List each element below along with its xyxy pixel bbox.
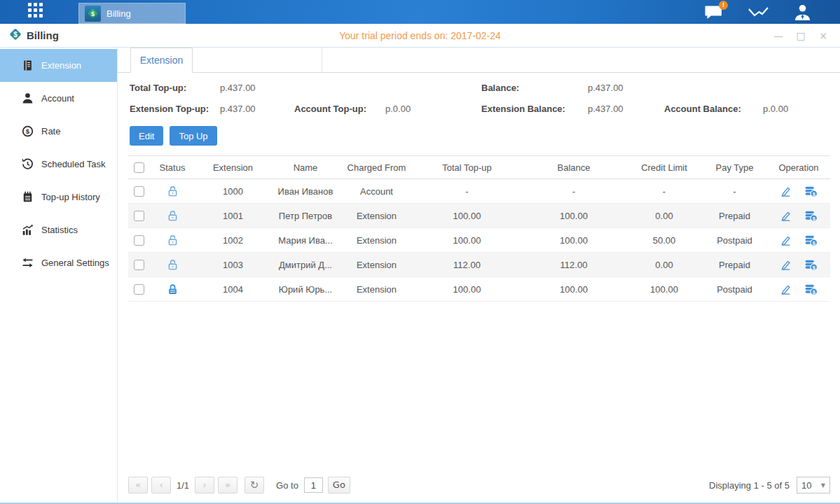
svg-text:$: $: [26, 127, 30, 135]
topup-coins-icon[interactable]: $: [804, 284, 818, 295]
table-header-row: Status Extension Name Charged From Total…: [128, 156, 830, 179]
extension-table: Status Extension Name Charged From Total…: [128, 155, 830, 302]
pay-type-cell: Postpaid: [702, 228, 767, 253]
billing-app-taskbar-tab[interactable]: $ Billing: [78, 3, 186, 24]
last-page-button[interactable]: »: [218, 477, 237, 493]
sidebar-item-topup-history[interactable]: Top-up History: [0, 181, 117, 214]
sidebar-item-statistics[interactable]: Statistics: [0, 214, 117, 246]
history-clock-icon: [22, 158, 34, 170]
pay-type-cell: Prepaid: [702, 253, 767, 277]
app-grid-icon[interactable]: [28, 3, 46, 21]
row-checkbox[interactable]: [134, 211, 144, 221]
pay-type-cell: Postpaid: [702, 277, 767, 302]
lock-closed-icon: [167, 284, 179, 295]
edit-pencil-icon[interactable]: [780, 210, 792, 222]
chevron-down-icon: ▼: [821, 482, 825, 489]
svg-text:$: $: [812, 190, 815, 197]
top-up-button[interactable]: Top Up: [170, 126, 216, 146]
topup-coins-icon[interactable]: $: [804, 210, 818, 222]
goto-label: Go to: [276, 480, 298, 491]
select-all-checkbox[interactable]: [134, 162, 144, 173]
sidebar-item-label: Statistics: [41, 225, 78, 235]
notebook-icon: [22, 191, 34, 203]
extension-table-body: 1000 Иван Иванов Account - - - -: [128, 179, 830, 302]
topup-coins-icon[interactable]: $: [804, 186, 818, 197]
topup-coins-icon[interactable]: $: [804, 234, 818, 246]
extension-topup-value: p.437.00: [220, 104, 294, 114]
row-checkbox[interactable]: [134, 186, 144, 197]
name-cell: Дмитрий Д...: [270, 253, 340, 277]
messages-icon[interactable]: !: [704, 4, 723, 20]
table-row: 1002 Мария Ива... Extension 100.00 100.0…: [128, 228, 830, 253]
edit-button[interactable]: Edit: [130, 126, 163, 146]
sidebar-item-rate[interactable]: $ Rate: [0, 115, 117, 148]
charged-from-cell: Extension: [340, 253, 413, 277]
total-topup-label: Total Top-up:: [130, 83, 220, 93]
main-content: Extension Total Top-up: p.437.00 Extensi…: [118, 48, 840, 503]
edit-pencil-icon[interactable]: [780, 259, 792, 271]
refresh-icon[interactable]: ↻: [245, 477, 264, 493]
column-header-extension: Extension: [195, 156, 270, 179]
page-size-select[interactable]: 10 ▼: [797, 477, 830, 493]
credit-limit-cell: 50.00: [626, 228, 702, 253]
total-topup-cell: 112.00: [413, 253, 521, 277]
sidebar-item-scheduled-task[interactable]: Scheduled Task: [0, 148, 117, 181]
edit-pencil-icon[interactable]: [780, 234, 792, 246]
sidebar-item-general-settings[interactable]: General Settings: [0, 246, 117, 279]
row-checkbox[interactable]: [134, 284, 144, 295]
status-unlocked-icon: [167, 234, 179, 246]
extension-topup-label: Extension Top-up:: [130, 104, 220, 114]
sidebar-item-account[interactable]: Account: [0, 82, 117, 115]
user-account-icon[interactable]: [793, 4, 812, 21]
column-header-pay-type: Pay Type: [702, 156, 767, 179]
minimize-icon[interactable]: —: [773, 30, 784, 41]
next-page-button[interactable]: ›: [195, 477, 214, 493]
extension-cell: 1004: [195, 277, 270, 302]
table-row: 1001 Петр Петров Extension 100.00 100.00…: [128, 204, 830, 228]
pagination-bar: « ‹ 1/1 › » ↻ Go to Go Displaying 1 - 5 …: [118, 472, 840, 503]
table-row: 1004 Юрий Юрь... Extension 100.00 100.00…: [128, 277, 830, 302]
balance-label: Balance:: [481, 83, 588, 93]
lock-open-icon: [167, 259, 179, 271]
sidebar-item-extension[interactable]: Extension: [0, 49, 117, 82]
billing-diamond-icon: $: [85, 6, 101, 22]
extension-cell: 1001: [195, 204, 270, 228]
sidebar-item-label: Account: [41, 93, 74, 104]
balance-value: p.437.00: [588, 83, 664, 93]
total-topup-value: p.437.00: [220, 83, 294, 93]
close-icon[interactable]: ×: [818, 30, 829, 41]
column-header-credit-limit: Credit Limit: [626, 156, 702, 179]
maximize-icon[interactable]: □: [795, 30, 806, 41]
go-button[interactable]: Go: [328, 477, 350, 493]
edit-pencil-icon[interactable]: [780, 186, 792, 197]
status-unlocked-icon: [167, 210, 179, 222]
row-checkbox[interactable]: [134, 235, 144, 246]
edit-pencil-icon[interactable]: [780, 284, 792, 295]
sidebar-item-label: Rate: [41, 126, 60, 136]
account-balance-value: p.0.00: [763, 104, 830, 114]
goto-page-input[interactable]: [304, 477, 323, 493]
credit-limit-cell: -: [626, 179, 702, 204]
tab-extension[interactable]: Extension: [130, 48, 193, 73]
topup-coins-icon[interactable]: $: [804, 259, 818, 271]
total-topup-cell: 100.00: [413, 204, 521, 228]
name-cell: Петр Петров: [270, 204, 340, 228]
prev-page-button[interactable]: ‹: [151, 477, 171, 493]
sidebar-item-label: Top-up History: [41, 192, 100, 202]
balance-summary: Total Top-up: p.437.00 Extension Top-up:…: [118, 73, 840, 117]
column-header-total-topup: Total Top-up: [413, 156, 521, 179]
statistics-chart-icon[interactable]: [747, 4, 769, 21]
extension-balance-label: Extension Balance:: [481, 104, 588, 114]
credit-limit-cell: 0.00: [626, 253, 702, 277]
column-header-balance: Balance: [521, 156, 626, 179]
charged-from-cell: Account: [340, 179, 413, 204]
app-tab-label: Billing: [106, 8, 131, 19]
row-checkbox[interactable]: [134, 260, 144, 270]
svg-text:$: $: [91, 10, 95, 17]
tab-strip: Extension: [118, 48, 840, 73]
ledger-icon: [22, 59, 34, 71]
credit-limit-cell: 0.00: [626, 204, 702, 228]
charged-from-cell: Extension: [340, 228, 413, 253]
first-page-button[interactable]: «: [128, 477, 148, 493]
svg-text:$: $: [812, 239, 815, 246]
